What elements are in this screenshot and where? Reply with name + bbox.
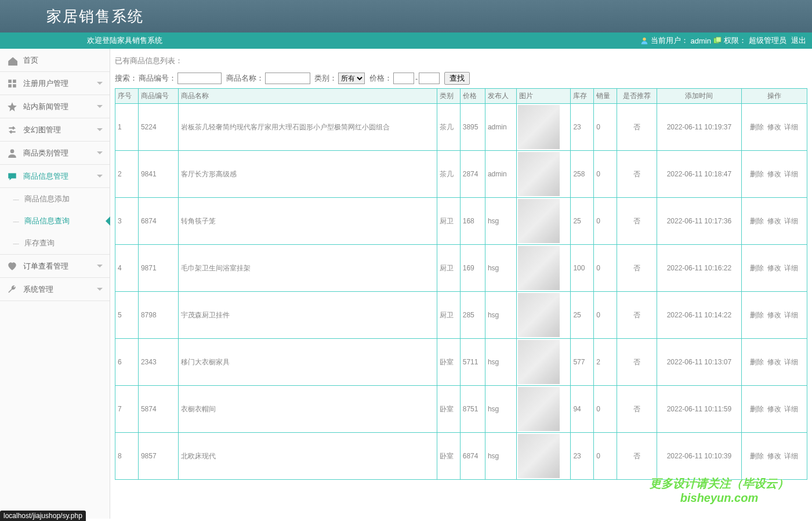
- nav-item-4[interactable]: 商品类别管理: [0, 142, 110, 165]
- product-thumbnail[interactable]: [518, 293, 560, 337]
- sub-banner: 欢迎登陆家具销售系统 当前用户： admin 权限： 超级管理员 退出: [0, 32, 812, 49]
- product-thumbnail[interactable]: [518, 340, 560, 384]
- detail-link[interactable]: 详细: [784, 452, 798, 460]
- col-header: 操作: [741, 89, 807, 104]
- product-thumbnail[interactable]: [518, 152, 560, 196]
- nav-item-1[interactable]: 注册用户管理: [0, 72, 110, 95]
- delete-link[interactable]: 删除: [750, 311, 764, 319]
- perm-label: 权限：: [724, 35, 746, 46]
- current-user: admin: [691, 37, 711, 45]
- detail-link[interactable]: 详细: [784, 264, 798, 272]
- chevron-down-icon: [97, 175, 103, 180]
- delete-link[interactable]: 删除: [750, 123, 764, 131]
- nav-label: 站内新闻管理: [23, 102, 68, 112]
- detail-link[interactable]: 详细: [784, 123, 798, 131]
- detail-link[interactable]: 详细: [784, 311, 798, 319]
- svg-point-0: [643, 38, 646, 41]
- sub-nav-item-1[interactable]: 商品信息查询: [0, 210, 110, 232]
- status-bar: localhost/jiajushop/sy.php: [0, 511, 86, 519]
- col-header: 商品编号: [138, 89, 178, 104]
- price-label: 价格：: [369, 73, 392, 84]
- delete-link[interactable]: 删除: [750, 358, 764, 366]
- current-user-label: 当前用户：: [651, 35, 688, 46]
- user-status-icon: [640, 37, 648, 45]
- price-max-input[interactable]: [419, 73, 440, 84]
- delete-link[interactable]: 删除: [750, 452, 764, 460]
- search-label: 搜索：: [115, 73, 137, 84]
- edit-link[interactable]: 修改: [767, 452, 781, 460]
- nav-label: 首页: [23, 55, 38, 66]
- price-min-input[interactable]: [393, 73, 414, 84]
- heart-icon: [7, 261, 17, 272]
- app-title: 家居销售系统: [46, 6, 144, 27]
- edit-link[interactable]: 修改: [767, 264, 781, 272]
- grid-icon: [7, 78, 17, 89]
- svg-rect-4: [13, 79, 16, 83]
- table-row: 36874转角筷子笼厨卫168hsg250否2022-06-11 10:17:3…: [115, 198, 807, 245]
- table-row: 29841客厅长方形高级感茶几2874admin2580否2022-06-11 …: [115, 151, 807, 198]
- delete-link[interactable]: 删除: [750, 264, 764, 272]
- name-input[interactable]: [265, 73, 310, 84]
- chevron-down-icon: [97, 288, 103, 294]
- star-icon: [7, 102, 17, 112]
- edit-link[interactable]: 修改: [767, 123, 781, 131]
- table-row: 75874衣橱衣帽间卧室8751hsg940否2022-06-11 10:11:…: [115, 386, 807, 433]
- chevron-down-icon: [97, 105, 103, 111]
- nav-item-6[interactable]: 订单查看管理: [0, 255, 110, 278]
- nav-item-0[interactable]: 首页: [0, 49, 110, 72]
- user-info: 当前用户： admin 权限： 超级管理员 退出: [640, 35, 806, 46]
- svg-point-7: [10, 149, 14, 153]
- col-header: 是否推荐: [617, 89, 657, 104]
- swap-icon: [7, 125, 17, 135]
- col-header: 发布人: [485, 89, 516, 104]
- edit-link[interactable]: 修改: [767, 405, 781, 413]
- chevron-down-icon: [97, 265, 103, 270]
- edit-link[interactable]: 修改: [767, 358, 781, 366]
- nav-label: 商品类别管理: [23, 148, 68, 158]
- detail-link[interactable]: 详细: [784, 217, 798, 225]
- product-table: 序号商品编号商品名称类别价格发布人图片库存销量是否推荐添加时间操作 15224岩…: [115, 88, 807, 480]
- edit-link[interactable]: 修改: [767, 170, 781, 178]
- nav-item-7[interactable]: 系统管理: [0, 278, 110, 301]
- nav-item-2[interactable]: 站内新闻管理: [0, 95, 110, 118]
- cat-select[interactable]: 所有: [338, 73, 365, 84]
- nav-label: 注册用户管理: [23, 78, 68, 89]
- col-header: 图片: [517, 89, 571, 104]
- detail-link[interactable]: 详细: [784, 405, 798, 413]
- product-thumbnail[interactable]: [518, 246, 560, 290]
- detail-link[interactable]: 详细: [784, 170, 798, 178]
- edit-link[interactable]: 修改: [767, 217, 781, 225]
- wrench-icon: [7, 284, 17, 295]
- top-banner: 家居销售系统: [0, 0, 812, 32]
- code-input[interactable]: [177, 73, 222, 84]
- nav-label: 系统管理: [23, 284, 53, 295]
- logout-link[interactable]: 退出: [791, 35, 806, 46]
- col-header: 价格: [460, 89, 485, 104]
- perm-value: 超级管理员: [749, 35, 786, 46]
- nav-item-3[interactable]: 变幻图管理: [0, 118, 110, 142]
- chat-icon: [7, 171, 17, 182]
- detail-link[interactable]: 详细: [784, 358, 798, 366]
- delete-link[interactable]: 删除: [750, 405, 764, 413]
- search-button[interactable]: 查找: [444, 72, 470, 85]
- col-header: 序号: [115, 89, 139, 104]
- search-bar: 搜索： 商品编号： 商品名称： 类别： 所有 价格： - 查找: [115, 72, 807, 85]
- edit-link[interactable]: 修改: [767, 311, 781, 319]
- delete-link[interactable]: 删除: [750, 217, 764, 225]
- delete-link[interactable]: 删除: [750, 170, 764, 178]
- svg-rect-6: [13, 84, 16, 88]
- product-thumbnail[interactable]: [518, 105, 560, 149]
- nav-label: 订单查看管理: [23, 261, 68, 272]
- product-thumbnail[interactable]: [518, 199, 560, 243]
- sub-nav-item-2[interactable]: 库存查询: [0, 232, 110, 254]
- nav-item-5[interactable]: 商品信息管理: [0, 165, 110, 188]
- product-thumbnail[interactable]: [518, 387, 560, 431]
- col-header: 库存: [571, 89, 594, 104]
- svg-rect-3: [8, 79, 12, 83]
- chevron-down-icon: [97, 128, 103, 134]
- sub-nav-item-0[interactable]: 商品信息添加: [0, 188, 110, 210]
- table-row: 62343移门大衣橱家具卧室5711hsg5772否2022-06-11 10:…: [115, 339, 807, 386]
- name-label: 商品名称：: [226, 73, 264, 84]
- nav-label: 商品信息管理: [23, 171, 68, 182]
- product-thumbnail[interactable]: [518, 434, 560, 478]
